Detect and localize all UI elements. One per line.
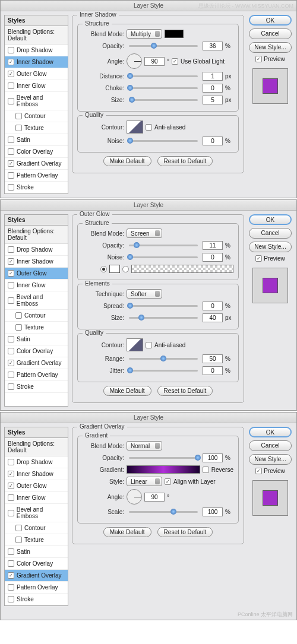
blending-options[interactable]: Blending Options: Default: [5, 226, 68, 244]
checkbox-icon[interactable]: ✓: [8, 483, 14, 489]
style-item-pattern-overlay[interactable]: Pattern Overlay: [5, 369, 68, 381]
solid-color-swatch[interactable]: [109, 265, 120, 273]
slider[interactable]: [129, 256, 198, 258]
style-item-bevel-and-emboss[interactable]: Bevel and Emboss: [5, 92, 68, 110]
checkbox-icon[interactable]: [8, 148, 14, 155]
style-item-inner-glow[interactable]: Inner Glow: [5, 80, 68, 92]
style-item-inner-glow[interactable]: Inner Glow: [5, 492, 68, 504]
checkbox-icon[interactable]: [8, 282, 14, 288]
cancel-button[interactable]: Cancel: [249, 28, 292, 39]
checkbox-icon[interactable]: ✓: [8, 360, 14, 366]
preview-checkbox[interactable]: ✓: [255, 468, 262, 474]
value-input[interactable]: 0: [203, 366, 223, 375]
style-item-pattern-overlay[interactable]: Pattern Overlay: [5, 582, 68, 594]
checkbox-icon[interactable]: [8, 137, 14, 143]
checkbox-icon[interactable]: [8, 47, 14, 53]
checkbox-icon[interactable]: ✓: [8, 471, 14, 477]
reset-default-button[interactable]: Reset to Default: [157, 156, 213, 166]
blending-options[interactable]: Blending Options: Default: [5, 438, 68, 456]
slider[interactable]: [129, 305, 198, 307]
style-item-contour[interactable]: Contour: [5, 522, 68, 534]
slider[interactable]: [129, 75, 198, 77]
contour-picker[interactable]: [127, 120, 143, 134]
new-style-button[interactable]: New Style...: [249, 42, 292, 53]
checkbox-icon[interactable]: ✓: [8, 258, 14, 265]
color-swatch[interactable]: [165, 30, 184, 38]
checkbox-icon[interactable]: [8, 348, 14, 354]
reset-default-button[interactable]: Reset to Default: [157, 527, 213, 537]
style-item-satin[interactable]: Satin: [5, 134, 68, 146]
style-item-texture[interactable]: Texture: [5, 322, 68, 334]
checkbox-icon[interactable]: [8, 297, 14, 304]
slider[interactable]: [129, 370, 198, 372]
checkbox-icon[interactable]: [8, 98, 14, 104]
style-item-satin[interactable]: Satin: [5, 334, 68, 345]
value-input[interactable]: 50: [203, 354, 223, 363]
style-item-satin[interactable]: Satin: [5, 546, 68, 558]
angle-dial[interactable]: [127, 489, 142, 505]
style-item-inner-shadow[interactable]: ✓Inner Shadow: [5, 468, 68, 480]
checkbox-icon[interactable]: [15, 312, 22, 319]
style-item-drop-shadow[interactable]: Drop Shadow: [5, 45, 68, 56]
style-item-contour[interactable]: Contour: [5, 310, 68, 322]
checkbox-icon[interactable]: [8, 172, 14, 179]
checkbox-icon[interactable]: [8, 494, 14, 501]
gradient-picker[interactable]: [131, 265, 233, 273]
value-input[interactable]: 5: [203, 96, 223, 104]
slider[interactable]: [129, 140, 198, 142]
checkbox-icon[interactable]: ✓: [8, 59, 14, 65]
blend-mode-select[interactable]: Screen: [127, 229, 162, 238]
blend-mode-select[interactable]: Multiply: [127, 29, 162, 39]
style-item-bevel-and-emboss[interactable]: Bevel and Emboss: [5, 504, 68, 522]
reset-default-button[interactable]: Reset to Default: [157, 386, 213, 396]
technique-select[interactable]: Softer: [127, 289, 162, 299]
value-input[interactable]: 0: [203, 137, 223, 145]
preview-checkbox[interactable]: ✓: [255, 255, 262, 262]
style-item-texture[interactable]: Texture: [5, 122, 68, 134]
style-item-inner-shadow[interactable]: ✓Inner Shadow: [5, 56, 68, 68]
angle-dial[interactable]: [127, 53, 142, 69]
style-item-stroke[interactable]: Stroke: [5, 594, 68, 605]
contour-picker[interactable]: [127, 338, 143, 351]
slider[interactable]: [129, 99, 198, 101]
style-item-stroke[interactable]: Stroke: [5, 381, 68, 393]
style-item-inner-glow[interactable]: Inner Glow: [5, 280, 68, 291]
anti-alias-checkbox[interactable]: [146, 124, 152, 131]
checkbox-icon[interactable]: ✓: [8, 160, 14, 167]
blend-mode-select[interactable]: Normal: [127, 441, 162, 451]
anti-alias-checkbox[interactable]: [146, 342, 152, 348]
ok-button[interactable]: OK: [249, 15, 292, 26]
style-item-outer-glow[interactable]: ✓Outer Glow: [5, 68, 68, 80]
reverse-checkbox[interactable]: [203, 467, 209, 473]
preview-checkbox[interactable]: ✓: [255, 56, 262, 62]
slider[interactable]: [129, 511, 198, 513]
cancel-button[interactable]: Cancel: [249, 440, 292, 451]
make-default-button[interactable]: Make Default: [103, 386, 151, 396]
style-item-outer-glow[interactable]: ✓Outer Glow: [5, 480, 68, 492]
style-item-gradient-overlay[interactable]: ✓Gradient Overlay: [5, 158, 68, 170]
checkbox-icon[interactable]: [8, 584, 14, 591]
value-input[interactable]: 0: [203, 302, 223, 310]
ok-button[interactable]: OK: [249, 427, 292, 437]
new-style-button[interactable]: New Style...: [249, 242, 292, 252]
value-input[interactable]: 100: [203, 507, 223, 516]
checkbox-icon[interactable]: [15, 324, 22, 331]
style-item-outer-glow[interactable]: ✓Outer Glow: [5, 268, 68, 280]
checkbox-icon[interactable]: [8, 336, 14, 342]
checkbox-icon[interactable]: ✓: [8, 270, 14, 277]
checkbox-icon[interactable]: [15, 537, 22, 543]
checkbox-icon[interactable]: [8, 459, 14, 465]
value-input[interactable]: 0: [203, 84, 223, 93]
value-input[interactable]: 40: [203, 313, 223, 322]
style-item-color-overlay[interactable]: Color Overlay: [5, 558, 68, 570]
style-item-inner-shadow[interactable]: ✓Inner Shadow: [5, 256, 68, 268]
style-item-gradient-overlay[interactable]: ✓Gradient Overlay: [5, 570, 68, 582]
slider[interactable]: [129, 457, 198, 459]
checkbox-icon[interactable]: [15, 125, 22, 131]
style-item-texture[interactable]: Texture: [5, 534, 68, 546]
make-default-button[interactable]: Make Default: [103, 156, 151, 166]
checkbox-icon[interactable]: [8, 510, 14, 516]
value-input[interactable]: 36: [203, 42, 223, 50]
checkbox-icon[interactable]: [8, 596, 14, 602]
angle-input[interactable]: 90: [144, 493, 165, 502]
